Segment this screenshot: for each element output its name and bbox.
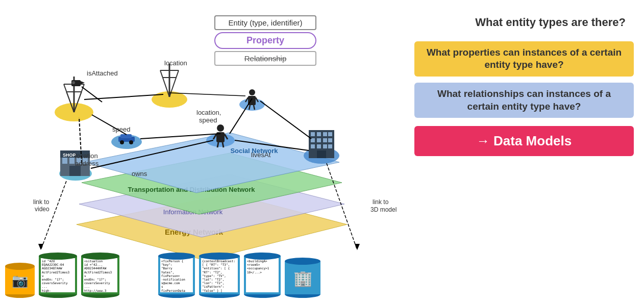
svg-rect-44 <box>317 150 326 158</box>
cyl-body-2: id "42UEQAA2230C-04AGD23487AAWActFired2T… <box>39 256 77 294</box>
svg-rect-34 <box>323 132 327 136</box>
cyl-body-5: {contextBroadcast: [ { "RT": "T3","entit… <box>199 256 240 294</box>
svg-rect-52 <box>69 166 81 176</box>
label-speed: speed <box>112 125 130 133</box>
question-1: What entity types are there? <box>414 10 634 35</box>
svg-rect-32 <box>311 132 315 136</box>
right-panel: What entity types are there? What proper… <box>409 0 644 302</box>
label-location: location <box>75 152 98 160</box>
svg-rect-35 <box>328 132 332 136</box>
svg-text:SHOP: SHOP <box>63 153 76 158</box>
svg-rect-40 <box>311 144 315 148</box>
question-3: What relationships can instances of a ce… <box>414 83 634 118</box>
cyl-top-5 <box>199 253 240 260</box>
cyl-body-4: <fixPerson {"key":"BarryYates",fixPerson… <box>158 256 195 294</box>
building-cyl-icon: 🏢 <box>293 269 312 287</box>
label-owns: owns <box>132 170 147 178</box>
cyl-body-1: 📷 <box>5 266 35 294</box>
svg-rect-42 <box>323 144 327 148</box>
label-address: address <box>75 160 99 167</box>
cylinders-area: 📷 id "42UEQAA2230C-04AGD23487AAWActFired… <box>5 253 320 298</box>
label-link-video2: video <box>35 206 49 213</box>
svg-rect-33 <box>317 132 321 136</box>
cylinder-building-icon: 🏢 <box>285 258 320 298</box>
label-isattached: isAttached <box>87 69 118 77</box>
label-location-speed: location, <box>196 109 221 116</box>
cylinder-building-data: {contextBroadcast: [ { "RT": "T3","entit… <box>199 253 240 298</box>
svg-point-18 <box>129 140 133 144</box>
cyl-body-6: <buildingA><room5><occupancy>110</...> <box>244 256 281 294</box>
label-link-video: link to <box>33 198 49 206</box>
svg-point-19 <box>217 124 224 132</box>
camera-icon <box>71 80 85 86</box>
svg-rect-49 <box>69 158 75 164</box>
arrow-3d <box>355 244 360 250</box>
svg-line-23 <box>217 142 218 147</box>
camera-cyl-icon: 📷 <box>12 272 28 288</box>
label-link-3d2: 3D model <box>370 206 397 213</box>
svg-rect-36 <box>311 138 315 142</box>
code-box-4: {contextBroadcast: [ { "RT": "T3","entit… <box>201 258 238 292</box>
cylinder-building-xml: <buildingA><room5><occupancy>110</...> <box>244 253 281 298</box>
cylinder-code2: <situationid ="42...AD023444HFAWActFired… <box>81 253 119 298</box>
cyl-top-6 <box>244 253 281 260</box>
code-box-3: <fixPerson {"key":"BarryYates",fixPerson… <box>160 258 193 292</box>
building-icon <box>309 130 334 158</box>
line-link-video <box>41 181 66 250</box>
svg-point-9 <box>72 81 75 84</box>
code-box-2: <situationid ="42...AD023444HFAWActFired… <box>83 258 117 292</box>
cyl-body-7: 🏢 <box>285 261 320 294</box>
data-models-button[interactable]: → Data Models <box>414 126 634 156</box>
svg-line-24 <box>222 142 224 147</box>
label-link-3d: link to <box>373 198 389 206</box>
svg-rect-38 <box>323 138 327 142</box>
cyl-top-1 <box>5 263 35 270</box>
svg-point-17 <box>120 140 124 144</box>
cyl-top-7 <box>285 258 320 265</box>
svg-rect-41 <box>317 144 321 148</box>
svg-rect-37 <box>317 138 321 142</box>
cyl-top-2 <box>39 253 77 260</box>
svg-rect-48 <box>62 158 67 164</box>
label-livesat: livesAt <box>251 151 271 159</box>
line-person2-building <box>260 101 311 139</box>
svg-rect-39 <box>328 138 332 142</box>
arrow-video <box>38 244 43 250</box>
code-box-5: <buildingA><room5><occupancy>110</...> <box>246 258 279 292</box>
question-2: What properties can instances of a certa… <box>414 41 634 77</box>
cylinder-person: <fixPerson {"key":"BarryYates",fixPerson… <box>158 253 195 298</box>
cyl-top-4 <box>158 253 195 260</box>
label-location-top: location <box>164 59 187 67</box>
cylinder-camera: 📷 <box>5 263 35 298</box>
cyl-body-3: <situationid ="42...AD023444HFAWActFired… <box>81 256 119 294</box>
svg-rect-43 <box>328 144 332 148</box>
label-speed-2: speed <box>199 116 217 124</box>
svg-point-25 <box>249 89 255 95</box>
cyl-top-3 <box>81 253 119 260</box>
code-box-1: id "42UEQAA2230C-04AGD23487AAWActFired2T… <box>41 258 75 292</box>
cylinder-code1: id "42UEQAA2230C-04AGD23487AAWActFired2T… <box>39 253 77 298</box>
